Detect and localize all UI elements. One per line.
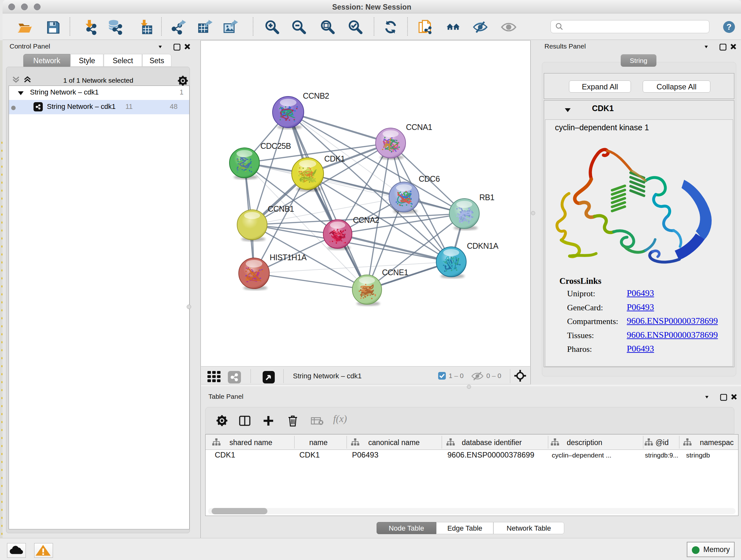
svg-text:RB1: RB1 (479, 193, 494, 202)
svg-text:CCNA1: CCNA1 (406, 123, 432, 132)
svg-text:CDC25B: CDC25B (260, 141, 291, 150)
svg-text:CCNB2: CCNB2 (303, 91, 329, 100)
svg-text:CCNA2: CCNA2 (353, 215, 379, 225)
svg-text:CDK1: CDK1 (324, 154, 345, 163)
svg-text:CDC6: CDC6 (419, 174, 440, 183)
svg-text:CCNE1: CCNE1 (382, 268, 408, 277)
svg-text:HIST1H1A: HIST1H1A (270, 253, 307, 262)
svg-text:CDKN1A: CDKN1A (467, 241, 498, 250)
svg-text:CCNB1: CCNB1 (268, 204, 294, 213)
